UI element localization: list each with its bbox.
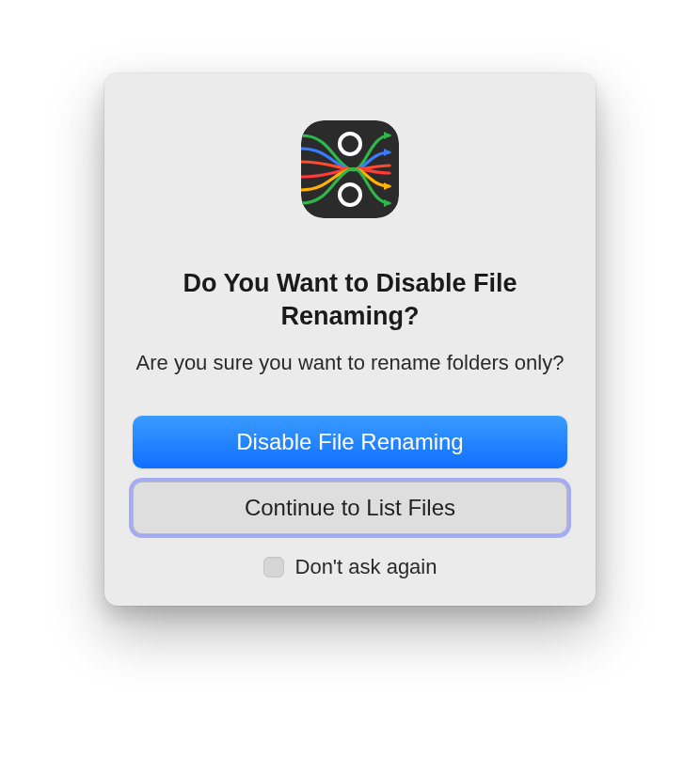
continue-to-list-files-button[interactable]: Continue to List Files bbox=[133, 482, 567, 534]
dialog-title: Do You Want to Disable File Renaming? bbox=[133, 267, 567, 332]
disable-file-renaming-button[interactable]: Disable File Renaming bbox=[133, 416, 567, 468]
confirmation-dialog: Do You Want to Disable File Renaming? Ar… bbox=[104, 73, 596, 606]
dont-ask-again-row: Don't ask again bbox=[133, 555, 567, 579]
secondary-button-label: Continue to List Files bbox=[245, 495, 455, 521]
app-icon bbox=[301, 120, 399, 218]
dont-ask-again-checkbox[interactable] bbox=[263, 557, 284, 577]
dont-ask-again-label: Don't ask again bbox=[295, 555, 438, 579]
dialog-message: Are you sure you want to rename folders … bbox=[133, 349, 567, 376]
primary-button-label: Disable File Renaming bbox=[236, 429, 463, 455]
